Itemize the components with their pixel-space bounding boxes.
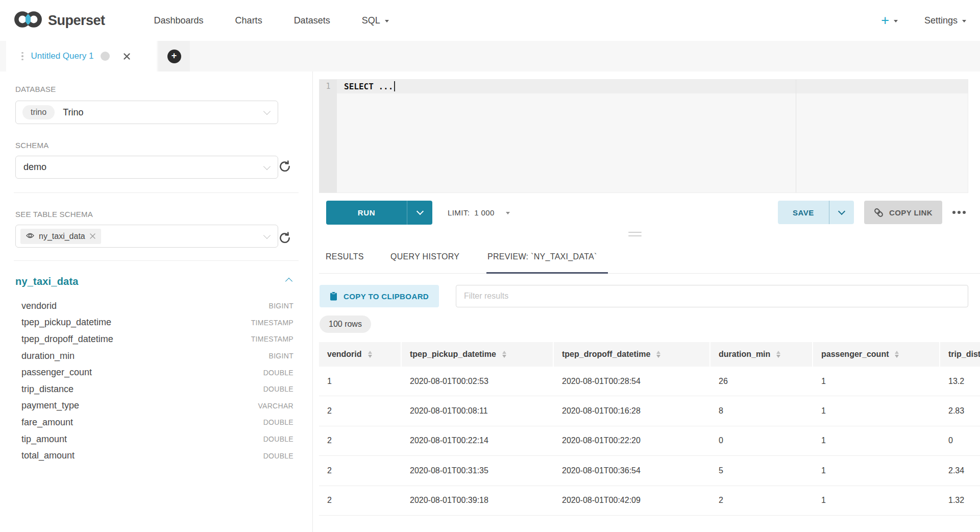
tab-query-history[interactable]: QUERY HISTORY: [390, 240, 459, 274]
table-cell: 2020-08-01T00:08:11: [402, 396, 554, 425]
table-cell: 2020-08-01T00:31:35: [402, 456, 554, 485]
toolbar-right: SAVE COPY LINK: [778, 201, 968, 224]
sort-icon[interactable]: [656, 351, 660, 358]
nav-datasets[interactable]: Datasets: [294, 15, 330, 26]
sort-icon[interactable]: [368, 351, 372, 358]
table-cell: 1.32: [940, 486, 980, 515]
column-header[interactable]: trip_distance: [940, 342, 980, 367]
save-options-button[interactable]: [829, 201, 854, 224]
table-cell: 2: [319, 456, 402, 485]
table-row: 2 2020-08-01T00:08:11 2020-08-01T00:16:2…: [319, 396, 980, 426]
database-value: Trino: [63, 107, 83, 118]
line-number: 1: [320, 80, 337, 91]
superset-logo[interactable]: Superset: [13, 10, 105, 31]
limit-dropdown[interactable]: LIMIT: 1 000: [448, 208, 510, 217]
results-grid: vendorid tpep_pickup_datetime tpep_dropo…: [319, 342, 980, 516]
table-cell: 2020-08-01T00:16:28: [554, 396, 710, 425]
new-item-button[interactable]: +: [881, 13, 898, 29]
tab-drag-handle-icon[interactable]: [21, 52, 23, 61]
schema-label: SCHEMA: [15, 141, 48, 150]
copy-to-clipboard-button[interactable]: COPY TO CLIPBOARD: [320, 285, 439, 307]
table-row: 2 2020-08-01T00:22:14 2020-08-01T00:22:2…: [319, 426, 980, 456]
grid-header-row: vendorid tpep_pickup_datetime tpep_dropo…: [319, 342, 980, 367]
caret-down-icon: [385, 20, 389, 22]
column-header[interactable]: passenger_count: [813, 342, 940, 367]
sql-editor-pane: 1 SELECT ... RUN LIMIT: 1 000 SAVE: [313, 71, 980, 532]
column-header[interactable]: vendorid: [319, 342, 402, 367]
table-row: 2 2020-08-01T00:31:35 2020-08-01T00:36:5…: [319, 456, 980, 486]
sort-icon[interactable]: [502, 351, 506, 358]
copy-link-button[interactable]: COPY LINK: [864, 201, 942, 224]
table-cell: 2020-08-01T00:22:14: [402, 426, 554, 455]
column-header[interactable]: tpep_pickup_datetime: [402, 342, 554, 367]
active-tab-underline: [486, 272, 608, 274]
column-item[interactable]: trip_distance DOUBLE: [0, 381, 313, 398]
editor-gutter: 1: [320, 80, 337, 192]
refresh-table-icon[interactable]: [277, 230, 292, 246]
divider: [14, 192, 299, 193]
database-tag: trino: [22, 105, 55, 119]
table-select[interactable]: ny_taxi_data: [15, 225, 278, 248]
table-cell: 2020-08-01T00:36:54: [554, 456, 710, 485]
table-row: 2 2020-08-01T00:39:18 2020-08-01T00:42:0…: [319, 486, 980, 516]
tab-untitled-query[interactable]: Untitled Query 1: [6, 41, 157, 71]
save-button[interactable]: SAVE: [778, 201, 829, 224]
column-header[interactable]: duration_min: [710, 342, 813, 367]
run-options-button[interactable]: [407, 201, 432, 225]
column-item[interactable]: tpep_dropoff_datetime TIMESTAMP: [0, 331, 313, 348]
nav-dashboards[interactable]: Dashboards: [154, 15, 204, 26]
sql-code-editor[interactable]: 1 SELECT ...: [319, 79, 968, 193]
schema-value: demo: [23, 162, 46, 173]
column-item[interactable]: fare_amount DOUBLE: [0, 414, 313, 431]
table-cell: 0: [710, 426, 813, 455]
column-item[interactable]: total_amount DOUBLE: [0, 447, 313, 464]
results-actions-row: COPY TO CLIPBOARD: [319, 285, 975, 307]
nav-sql[interactable]: SQL: [362, 15, 389, 26]
print-margin-line: [796, 80, 796, 192]
settings-menu[interactable]: Settings: [924, 15, 966, 26]
brand-name: Superset: [48, 13, 105, 29]
chevron-down-icon: [263, 108, 271, 115]
column-item[interactable]: vendorid BIGINT: [0, 298, 313, 315]
chevron-up-icon[interactable]: [282, 276, 296, 289]
row-count-badge: 100 rows: [320, 316, 371, 333]
column-item[interactable]: passenger_count DOUBLE: [0, 364, 313, 381]
table-cell: 2.34: [940, 456, 980, 485]
database-select[interactable]: trino Trino: [15, 101, 278, 124]
close-icon[interactable]: [123, 53, 131, 60]
column-header[interactable]: tpep_dropoff_datetime: [554, 342, 710, 367]
add-query-tab-button[interactable]: +: [158, 41, 190, 71]
limit-label: LIMIT:: [448, 208, 470, 217]
schema-select[interactable]: demo: [15, 156, 278, 179]
table-cell: 1: [813, 396, 940, 425]
sort-icon[interactable]: [895, 351, 899, 358]
nav-charts[interactable]: Charts: [235, 15, 262, 26]
query-tab-title: Untitled Query 1: [31, 51, 94, 61]
run-button[interactable]: RUN: [326, 201, 407, 225]
sort-icon[interactable]: [776, 351, 780, 358]
more-options-icon[interactable]: [950, 208, 968, 217]
remove-table-icon[interactable]: [90, 233, 95, 239]
column-list: vendorid BIGINT tpep_pickup_datetime TIM…: [0, 298, 313, 464]
table-cell: 0: [940, 426, 980, 455]
tab-preview-table[interactable]: PREVIEW: `NY_TAXI_DATA`: [487, 240, 597, 274]
table-cell: 1: [813, 367, 940, 396]
filter-results-input[interactable]: [456, 285, 968, 307]
caret-down-icon: [962, 20, 966, 22]
table-cell: 2: [319, 486, 402, 515]
pane-resize-handle[interactable]: [628, 232, 642, 236]
column-item[interactable]: duration_min BIGINT: [0, 348, 313, 365]
column-item[interactable]: tpep_pickup_datetime TIMESTAMP: [0, 315, 313, 331]
caret-down-icon: [894, 20, 898, 22]
query-tab-strip: Untitled Query 1 +: [0, 41, 980, 71]
table-tag: ny_taxi_data: [20, 229, 101, 244]
unsaved-indicator: [101, 52, 110, 61]
limit-value: 1 000: [474, 208, 495, 217]
column-item[interactable]: payment_type VARCHAR: [0, 398, 313, 415]
refresh-schema-icon[interactable]: [277, 159, 292, 174]
nav-right: + Settings: [881, 13, 980, 29]
table-schema-title[interactable]: ny_taxi_data: [15, 276, 79, 287]
column-item[interactable]: tip_amount DOUBLE: [0, 431, 313, 448]
tab-results[interactable]: RESULTS: [326, 240, 364, 274]
save-button-group: SAVE: [778, 201, 854, 224]
